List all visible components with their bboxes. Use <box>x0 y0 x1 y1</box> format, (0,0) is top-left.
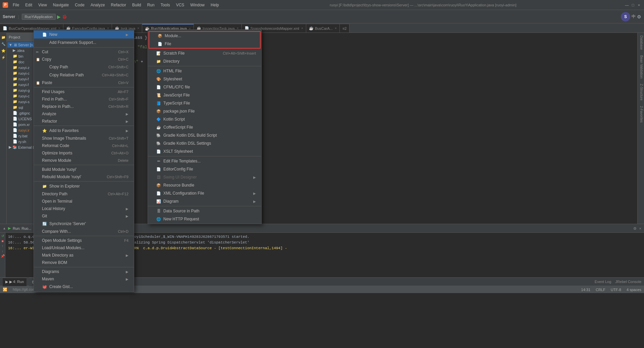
restart-icon[interactable]: ↺ <box>1 234 4 238</box>
menu-item-diagrams[interactable]: Diagrams ▶ <box>34 268 134 275</box>
status-line-col[interactable]: 14:31 <box>581 288 591 292</box>
menu-item-load-unload[interactable]: Load/Unload Modules... <box>34 244 134 252</box>
submenu-editorconfig[interactable]: 📄 EditorConfig File <box>148 165 261 173</box>
menu-item-new[interactable]: 📄 New ▶ <box>34 30 134 39</box>
submenu-data-source[interactable]: 🗄 Data Source in Path <box>148 207 261 215</box>
submenu-stylesheet[interactable]: 🎨 Stylesheet <box>148 75 261 83</box>
menu-item-compare-with[interactable]: Compare With... Ctrl+D <box>34 228 134 235</box>
maximize-button[interactable]: □ <box>631 3 635 7</box>
menu-item-build-module[interactable]: Build Module 'ruoyi' <box>34 166 134 173</box>
run-settings-icon[interactable]: ⚙ <box>633 226 637 230</box>
database-panel-label[interactable]: Database <box>638 33 644 53</box>
menu-item-show-explorer[interactable]: 📁 Show in Explorer <box>34 182 134 190</box>
run-button[interactable]: ▶ <box>57 14 61 19</box>
menu-item-cut[interactable]: ✂ Cut Ctrl+X <box>34 48 134 56</box>
submenu-module[interactable]: 📦 Module... <box>149 32 260 40</box>
menu-item-refactor[interactable]: Refactor ▶ <box>34 118 134 125</box>
tab-6[interactable]: ☕ BusCarA... × <box>306 24 340 32</box>
debug-button[interactable]: 🐞 <box>62 14 67 19</box>
submenu-file[interactable]: 📄 File <box>149 40 260 48</box>
menu-help[interactable]: Help <box>208 2 222 8</box>
status-indent[interactable]: 4 spaces <box>627 288 641 292</box>
close-button[interactable]: × <box>637 3 641 7</box>
tab-close-2[interactable]: × <box>137 26 139 30</box>
submenu-xslt[interactable]: 📄 XSLT Stylesheet <box>148 147 261 155</box>
stop-icon[interactable]: ■ <box>1 239 3 243</box>
menu-navigate[interactable]: Navigate <box>50 2 71 8</box>
submenu-swing-ui[interactable]: 🖼 Swing UI Designer ▶ <box>148 173 261 181</box>
menu-item-create-gist[interactable]: 🐙 Create Gist... <box>34 283 134 291</box>
submenu-gradle-settings[interactable]: 🐘 Gradle Kotlin DSL Settings <box>148 139 261 147</box>
sidebar-structure-icon[interactable]: 🔧 <box>0 41 6 47</box>
menu-build[interactable]: Build <box>129 2 144 8</box>
submenu-xml-config[interactable]: 📄 XML Configuration File ▶ <box>148 189 261 197</box>
submenu-cfml[interactable]: 📄 CFML/CFC file <box>148 83 261 91</box>
submenu-scratch-file[interactable]: 📝 Scratch File Ctrl+Alt+Shift+Insert <box>148 49 261 57</box>
tab-close-6[interactable]: × <box>335 26 337 30</box>
menu-item-rebuild-module[interactable]: Rebuild Module 'ruoyi' Ctrl+Shift+F9 <box>34 173 134 181</box>
menu-file[interactable]: File <box>10 2 22 8</box>
submenu-coffeescript[interactable]: ☕ CoffeeScript File <box>148 123 261 131</box>
menu-item-paste[interactable]: 📋 Paste Ctrl+V <box>34 79 134 86</box>
jrebel-console-link[interactable]: JRebel Console <box>615 280 641 284</box>
menu-item-show-thumbnails[interactable]: Show Image Thumbnails Ctrl+Shift+T <box>34 135 134 142</box>
run-expand-icon[interactable]: ▲ <box>3 226 6 230</box>
menu-window[interactable]: Window <box>187 2 207 8</box>
toolbar-gear[interactable]: ⚙ <box>637 14 641 19</box>
submenu-directory[interactable]: 📁 Directory <box>148 57 261 65</box>
menu-item-maven[interactable]: Maven ▶ <box>34 275 134 283</box>
run-close-icon[interactable]: × <box>639 226 641 230</box>
sidebar-jrebel-icon[interactable]: ⚡ <box>0 54 6 60</box>
submenu-diagram[interactable]: 📊 Diagram ▶ <box>148 197 261 205</box>
menu-edit[interactable]: Edit <box>22 2 35 8</box>
menu-vcs[interactable]: VCS <box>173 2 187 8</box>
menu-item-git[interactable]: Git ▶ <box>34 212 134 220</box>
menu-code[interactable]: Code <box>72 2 87 8</box>
submenu-kotlin[interactable]: 🔷 Kotlin Script <box>148 115 261 123</box>
menu-item-remove-bom[interactable]: Remove BOM <box>34 259 134 266</box>
menu-view[interactable]: View <box>36 2 50 8</box>
pin-icon[interactable]: 📌 <box>1 254 5 258</box>
submenu-packagejson[interactable]: 📦 package.json File <box>148 107 261 115</box>
menu-item-find-usages[interactable]: Find Usages Alt+F7 <box>34 88 134 95</box>
menu-item-local-history[interactable]: Local History ▶ <box>34 205 134 212</box>
submenu-html[interactable]: 🌐 HTML File <box>148 67 261 75</box>
favorites-panel-label[interactable]: 2-Favorites <box>638 103 644 125</box>
bean-validation-label[interactable]: Bean Validation <box>638 53 644 81</box>
menu-item-directory-path[interactable]: Directory Path Ctrl+Alt+F12 <box>34 190 134 198</box>
menu-item-analyze[interactable]: Analyze ▶ <box>34 110 134 118</box>
submenu-resource-bundle[interactable]: 📦 Resource Bundle <box>148 181 261 189</box>
run-tab[interactable]: ▶ ▶ 4: Run <box>3 278 26 286</box>
submenu-typescript[interactable]: 📘 TypeScript File <box>148 99 261 107</box>
menu-tools[interactable]: Tools <box>158 2 173 8</box>
submenu-gradle-build[interactable]: 🐘 Gradle Kotlin DSL Build Script <box>148 131 261 139</box>
menu-item-add-framework[interactable]: Add Framework Support... <box>34 39 134 47</box>
menu-item-synchronize[interactable]: 🔄 Synchronize 'Server' <box>34 220 134 228</box>
menu-item-optimize-imports[interactable]: Optimize Imports Ctrl+Alt+O <box>34 149 134 157</box>
run-config-dropdown[interactable]: RuoYiApplication <box>22 14 56 20</box>
tab-more[interactable]: ≡2 <box>340 24 350 32</box>
status-crlf[interactable]: CRLF <box>596 288 605 292</box>
menu-item-reformat[interactable]: Reformat Code Ctrl+Alt+L <box>34 142 134 149</box>
menu-refactor[interactable]: Refactor <box>108 2 129 8</box>
menu-item-copy-relative[interactable]: Copy Relative Path Ctrl+Alt+Shift+C <box>34 71 134 79</box>
tab-close-5[interactable]: × <box>301 26 303 30</box>
menu-item-copy[interactable]: 📋 Copy Ctrl+C <box>34 56 134 63</box>
submenu-edit-templates[interactable]: ✏ Edit File Templates... <box>148 157 261 165</box>
event-log-link[interactable]: Event Log <box>595 280 611 284</box>
menu-item-find-in-path[interactable]: Find in Path... Ctrl+Shift+F <box>34 95 134 103</box>
menu-item-add-favorites[interactable]: ⭐ Add to Favorites ▶ <box>34 127 134 135</box>
status-encoding[interactable]: UTF-8 <box>611 288 621 292</box>
menu-item-open-terminal[interactable]: Open in Terminal <box>34 198 134 205</box>
submenu-javascript[interactable]: 📜 JavaScript File <box>148 91 261 99</box>
sidebar-favorites-icon[interactable]: ⭐ <box>0 48 6 54</box>
menu-item-remove-module[interactable]: Remove Module Delete <box>34 157 134 164</box>
menu-item-module-settings[interactable]: Open Module Settings F4 <box>34 237 134 244</box>
menu-item-replace-in-path[interactable]: Replace in Path... Ctrl+Shift+R <box>34 103 134 110</box>
menu-run[interactable]: Run <box>145 2 157 8</box>
menu-item-mark-directory[interactable]: Mark Directory as ▶ <box>34 252 134 259</box>
scroll-down-icon[interactable]: ↓ <box>2 249 3 253</box>
menu-item-copy-path[interactable]: Copy Path Ctrl+Shift+C <box>34 63 134 71</box>
z-structure-label[interactable]: Z-Structure <box>638 81 644 103</box>
menu-analyze[interactable]: Analyze <box>88 2 108 8</box>
